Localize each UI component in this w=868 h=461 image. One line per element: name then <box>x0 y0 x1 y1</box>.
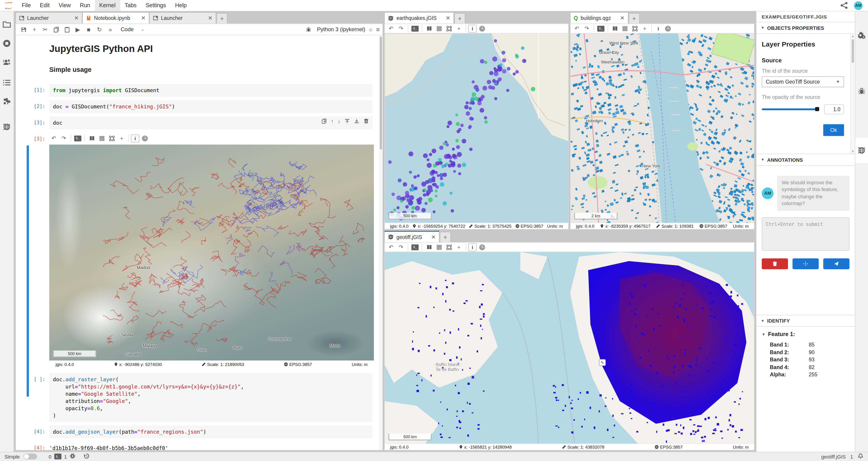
properties-scrollbar[interactable]: ▲▼ <box>850 34 855 154</box>
menu-item-tabs[interactable]: Tabs <box>120 0 141 11</box>
gis-properties-icon[interactable] <box>855 138 868 163</box>
menu-item-view[interactable]: View <box>54 0 75 11</box>
console-icon[interactable]: $_ <box>73 134 82 142</box>
tab-notebook-ipynb[interactable]: Notebook.ipynb✕ <box>82 12 149 24</box>
menu-item-help[interactable]: Help <box>170 0 191 11</box>
source-select[interactable]: Custom GeoTiff Source▼ <box>762 76 844 87</box>
center-annotation-button[interactable] <box>793 258 819 269</box>
temporal-icon[interactable] <box>663 24 672 33</box>
cell-editor[interactable]: doc.add_raster_layer( url="https://mt1.g… <box>49 373 373 422</box>
restart-run-all-button[interactable]: » <box>105 25 115 34</box>
debugger-icon[interactable] <box>855 84 868 99</box>
gis-panel-icon[interactable] <box>0 119 13 135</box>
delete-annotation-button[interactable] <box>762 258 788 269</box>
identify-section[interactable]: ▼ IDENTIFY <box>756 315 855 327</box>
grid-icon[interactable] <box>434 243 443 251</box>
buildings-map[interactable]: West New YorkUnion CityWeehawkenHobokenN… <box>570 33 754 223</box>
stop-kernel-button[interactable]: ■ <box>84 25 94 34</box>
identify-icon[interactable]: i <box>131 134 139 142</box>
earthquakes-map[interactable]: 500 km <box>384 33 569 223</box>
identify-icon[interactable]: i <box>468 25 476 32</box>
slider-knob[interactable] <box>815 107 819 111</box>
console-icon[interactable]: $_ <box>410 24 420 33</box>
tab-geotiff[interactable]: geotiff.jGIS✕ <box>384 231 439 242</box>
cell-editor[interactable]: doc.add_geojson_layer(path="france_regio… <box>49 426 373 438</box>
cell-editor[interactable]: doc↑↓ <box>49 117 373 129</box>
grid-icon[interactable] <box>620 24 629 33</box>
menu-item-run[interactable]: Run <box>75 0 95 11</box>
redo-icon[interactable]: ↷ <box>59 134 68 142</box>
annotation-marker[interactable]: ✎ <box>599 359 606 366</box>
debugger-icon[interactable] <box>304 25 313 34</box>
feature-header[interactable]: ▼ Feature 1: <box>762 331 849 337</box>
console-icon[interactable]: $_ <box>596 24 605 33</box>
save-button[interactable] <box>19 25 29 34</box>
restart-kernel-button[interactable]: ↻ <box>94 25 104 34</box>
terminal-icon[interactable]: $_ <box>54 454 61 460</box>
add-layer-icon[interactable]: ＋ <box>117 134 126 142</box>
menu-item-kernel[interactable]: Kernel <box>95 0 120 11</box>
redo-icon[interactable]: ↷ <box>397 243 405 251</box>
property-inspector-icon[interactable] <box>855 28 868 43</box>
geotiff-map[interactable]: · Baffin Island · Île de Baffin ✎ 500 km <box>384 252 754 443</box>
close-icon[interactable]: ✕ <box>74 15 79 21</box>
add-tab-button[interactable]: ＋ <box>629 13 640 24</box>
simple-mode-toggle[interactable] <box>23 454 37 460</box>
cell-editor[interactable]: doc = GISDocument("france_hiking.jGIS") <box>49 100 373 113</box>
close-icon[interactable]: ✕ <box>141 15 146 21</box>
ok-button[interactable]: Ok <box>823 124 844 136</box>
paste-cell-button[interactable] <box>62 25 72 34</box>
tab-buildings[interactable]: Q buildings.qgz✕ <box>570 12 628 24</box>
bell-icon[interactable] <box>858 453 864 460</box>
annotations-section[interactable]: ▼ ANNOTATIONS <box>756 154 855 166</box>
geometry-icon[interactable] <box>444 243 454 251</box>
france-map[interactable]: MadridSevillaMálagaGibraltarOranAlgerCon… <box>49 144 374 361</box>
user-avatar[interactable]: AM <box>854 1 863 10</box>
basemap-icon[interactable] <box>425 243 434 251</box>
add-layer-icon[interactable]: ＋ <box>454 243 463 251</box>
temporal-icon[interactable] <box>477 243 487 251</box>
cell-toolbar[interactable]: ↑↓ <box>321 118 369 124</box>
notebook-scrollbar[interactable] <box>379 35 382 450</box>
notebook-menu-icon[interactable]: ≡ <box>376 26 380 33</box>
kernel-name[interactable]: Python 3 (ipykernel) <box>317 26 365 33</box>
close-icon[interactable]: ✕ <box>620 15 625 21</box>
file-browser-icon[interactable] <box>0 17 13 32</box>
insert-cell-button[interactable]: ＋ <box>29 25 39 34</box>
close-icon[interactable]: ✕ <box>208 15 213 21</box>
submit-annotation-button[interactable] <box>823 258 849 269</box>
cut-cell-button[interactable]: ✂ <box>40 25 50 34</box>
running-kernels-icon[interactable] <box>0 36 13 51</box>
undo-icon[interactable]: ↶ <box>572 24 581 33</box>
annotation-input[interactable] <box>762 217 849 251</box>
identify-icon[interactable]: i <box>468 243 476 251</box>
temporal-icon[interactable] <box>477 24 487 33</box>
close-icon[interactable]: ✕ <box>446 15 450 21</box>
redo-icon[interactable]: ↷ <box>582 24 591 33</box>
geometry-icon[interactable] <box>444 24 454 33</box>
basemap-icon[interactable] <box>610 24 619 33</box>
undo-icon[interactable]: ↶ <box>386 243 396 251</box>
basemap-icon[interactable] <box>425 24 434 33</box>
copy-cell-button[interactable] <box>51 25 61 34</box>
menu-item-file[interactable]: File <box>17 0 35 11</box>
share-icon[interactable] <box>839 1 848 10</box>
undo-icon[interactable]: ↶ <box>386 24 396 33</box>
menu-item-edit[interactable]: Edit <box>35 0 54 11</box>
add-tab-button[interactable]: ＋ <box>217 13 227 24</box>
identify-icon[interactable]: i <box>654 25 662 32</box>
grid-icon[interactable] <box>97 134 106 142</box>
add-tab-button[interactable]: ＋ <box>454 13 465 24</box>
objects-properties-section[interactable]: ▼ OBJECTS PROPERTIES <box>756 22 855 34</box>
run-cell-button[interactable]: ▶ <box>73 25 83 34</box>
menu-item-settings[interactable]: Settings <box>141 0 170 11</box>
history-icon[interactable] <box>84 453 90 460</box>
grid-icon[interactable] <box>434 24 443 33</box>
close-icon[interactable]: ✕ <box>431 234 436 240</box>
add-tab-button[interactable]: ＋ <box>440 232 451 242</box>
tab-launcher[interactable]: Launcher✕ <box>149 12 216 24</box>
redo-icon[interactable]: ↷ <box>397 24 405 33</box>
geometry-icon[interactable] <box>107 134 116 142</box>
tab-earthquakes[interactable]: earthquakes.jGIS✕ <box>384 12 454 24</box>
opacity-value[interactable]: 1.0 <box>824 104 844 114</box>
